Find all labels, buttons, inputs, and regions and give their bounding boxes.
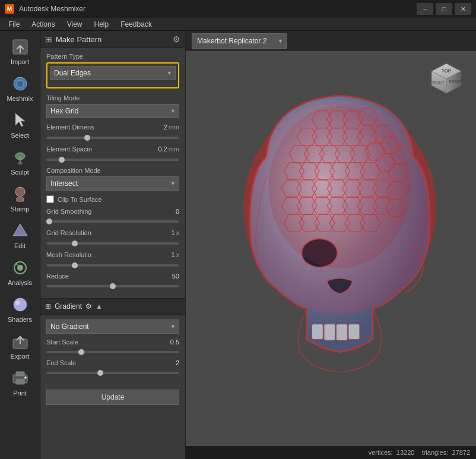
element-spacing-unit: mm — [169, 145, 179, 153]
svg-marker-12 — [13, 224, 27, 236]
clip-to-surface-label[interactable]: Clip To Surface — [58, 196, 101, 203]
no-gradient-dropdown-wrapper: No Gradient Linear Radial — [46, 319, 179, 334]
svg-rect-82 — [337, 324, 348, 340]
svg-point-17 — [15, 300, 20, 305]
end-scale-value: 2 — [176, 359, 179, 366]
tiling-mode-label: Tiling Mode — [46, 94, 179, 102]
tool-stamp[interactable]: Stamp — [2, 181, 38, 216]
menu-help[interactable]: Help — [88, 18, 115, 30]
end-scale-slider[interactable] — [46, 372, 179, 374]
gradient-collapse-icon[interactable]: ▲ — [96, 302, 103, 311]
grid-resolution-label: Grid Resolution — [46, 229, 91, 236]
mesh-resolution-value: 1 — [171, 251, 174, 258]
edit-label: Edit — [14, 242, 26, 249]
tool-select[interactable]: Select — [2, 107, 38, 143]
close-button[interactable]: ✕ — [455, 3, 471, 15]
vertices-label: vertices: — [369, 449, 393, 456]
start-scale-label: Start Scale — [46, 338, 78, 346]
mesh-resolution-unit: x — [176, 251, 180, 258]
triangles-value: 27872 — [452, 449, 470, 456]
tool-print[interactable]: Print — [2, 365, 38, 400]
pattern-type-wrapper: Dual Edges Edges Vertices Faces — [46, 62, 179, 88]
maximize-button[interactable]: □ — [436, 3, 452, 15]
start-scale-value: 0.5 — [170, 338, 179, 346]
reduce-label: Reduce — [46, 273, 69, 280]
reduce-value: 50 — [172, 273, 179, 280]
grid-icon: ⊞ — [45, 34, 52, 44]
svg-rect-83 — [348, 324, 360, 340]
gradient-content: No Gradient Linear Radial Start Scale 0.… — [40, 315, 185, 385]
no-gradient-dropdown[interactable]: No Gradient Linear Radial — [46, 319, 179, 334]
statusbar: vertices: 13220 triangles: 27872 — [186, 446, 476, 459]
grid-resolution-value: 1 — [171, 229, 174, 236]
svg-text:M: M — [7, 6, 12, 12]
end-scale-row: End Scale 2 — [46, 359, 179, 366]
tool-shaders[interactable]: Shaders — [2, 291, 38, 327]
tiling-mode-dropdown-wrapper: Hex Grid Square Grid Triangle Grid — [46, 104, 179, 118]
svg-point-84 — [269, 106, 411, 268]
start-scale-row: Start Scale 0.5 — [46, 338, 179, 346]
tool-edit[interactable]: Edit — [2, 217, 38, 253]
titlebar: M Autodesk Meshmixer − □ ✕ — [0, 0, 476, 18]
tool-import[interactable]: Import — [2, 33, 38, 69]
sculpt-icon — [11, 148, 30, 167]
start-scale-slider[interactable] — [46, 351, 179, 353]
tool-export[interactable]: Export — [2, 328, 38, 363]
select-label: Select — [11, 132, 29, 139]
stamp-label: Stamp — [11, 205, 30, 213]
update-button[interactable]: Update — [46, 390, 179, 405]
skull-model-area — [215, 55, 464, 441]
composition-mode-dropdown[interactable]: Intersect Union Difference — [46, 176, 179, 191]
app-icon: M — [5, 4, 14, 14]
vertices-value: 13220 — [396, 449, 415, 456]
element-spacing-value: 0.2 — [158, 145, 167, 153]
app-title: Autodesk Meshmixer — [19, 5, 412, 13]
gradient-title: Gradient — [55, 302, 82, 311]
menu-file[interactable]: File — [2, 18, 26, 30]
menu-feedback[interactable]: Feedback — [115, 18, 158, 30]
element-dimens-slider[interactable] — [46, 137, 179, 139]
grid-smoothing-value: 0 — [176, 208, 179, 215]
status-text: vertices: 13220 triangles: 27872 — [369, 449, 470, 456]
svg-point-16 — [14, 298, 27, 311]
shaders-icon — [11, 295, 30, 314]
reduce-row: Reduce 50 — [46, 273, 179, 280]
grid-resolution-unit: x — [176, 229, 180, 236]
window-controls: − □ ✕ — [417, 3, 471, 15]
mesh-resolution-label: Mesh Resolutio — [46, 251, 91, 258]
svg-point-10 — [15, 187, 25, 197]
meshmix-icon — [11, 74, 30, 93]
tool-sculpt[interactable]: Sculpt — [2, 144, 38, 179]
mesh-resolution-slider[interactable] — [46, 264, 179, 267]
triangles-label: triangles: — [422, 449, 449, 456]
edit-icon — [11, 221, 30, 240]
menubar: File Actions View Help Feedback — [0, 18, 476, 31]
tiling-mode-dropdown[interactable]: Hex Grid Square Grid Triangle Grid — [46, 104, 179, 118]
element-dimens-unit: mm — [169, 124, 179, 131]
tool-analysis[interactable]: Analysis — [2, 254, 38, 290]
panel-content: Pattern Type Dual Edges Edges Vertices F… — [40, 48, 185, 298]
element-spacing-slider[interactable] — [46, 159, 179, 161]
grid-smoothing-slider[interactable] — [46, 220, 179, 223]
printer-dropdown[interactable]: Makerbot Replicator 2 Makerbot Replicato… — [192, 33, 287, 49]
gradient-settings-icon[interactable]: ⚙ — [85, 302, 92, 311]
grid-resolution-slider[interactable] — [46, 242, 179, 245]
svg-marker-6 — [15, 113, 25, 126]
settings-icon[interactable]: ⚙ — [173, 34, 180, 44]
export-label: Export — [11, 353, 30, 360]
print-label: Print — [13, 390, 27, 397]
tool-meshmix[interactable]: Meshmix — [2, 70, 38, 106]
clip-to-surface-checkbox[interactable] — [46, 195, 54, 203]
panel-title: Make Pattern — [56, 35, 169, 44]
menu-actions[interactable]: Actions — [26, 18, 61, 30]
export-icon — [11, 332, 30, 351]
menu-view[interactable]: View — [61, 18, 88, 30]
reduce-slider[interactable] — [46, 285, 179, 287]
grid-resolution-row: Grid Resolution 1x — [46, 229, 179, 237]
gradient-grid-icon: ⊞ — [45, 302, 51, 311]
element-dimens-row: Element Dimens 2mm — [46, 123, 179, 131]
pattern-type-dropdown[interactable]: Dual Edges Edges Vertices Faces — [50, 66, 176, 80]
minimize-button[interactable]: − — [417, 3, 433, 15]
analysis-icon — [11, 258, 30, 277]
svg-rect-21 — [16, 372, 24, 376]
